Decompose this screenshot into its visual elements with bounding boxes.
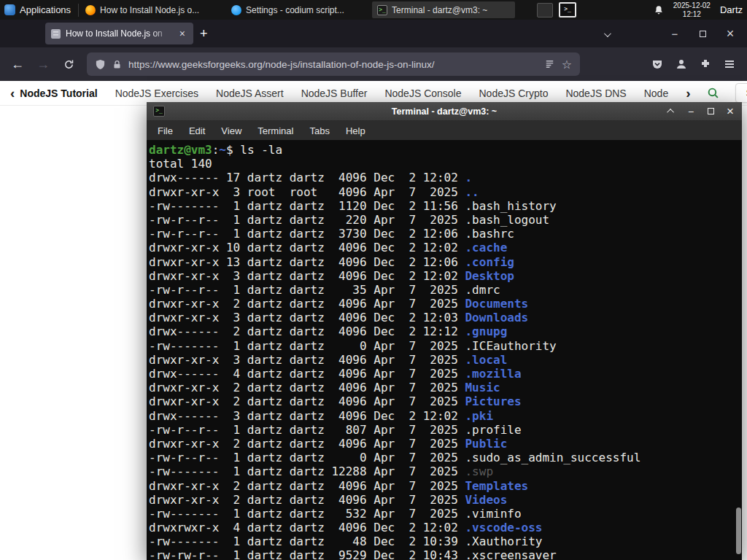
terminal-line: drwxr-xr-x 3 dartz dartz 4096 Dec 2 12:0… — [149, 269, 742, 283]
panel-divider — [78, 4, 79, 17]
terminal-line: drwx------ 3 dartz dartz 4096 Dec 2 12:0… — [149, 409, 742, 423]
site-nav-item[interactable]: NodeJS Crypto — [479, 88, 549, 99]
site-nav-item[interactable]: NodeJS Buffer — [301, 88, 368, 99]
site-nav-item[interactable]: NodeJS Assert — [216, 88, 284, 99]
tray-terminal-icon[interactable]: >_ — [559, 2, 576, 18]
notification-bell-icon[interactable] — [654, 5, 664, 15]
panel-right: 2025-12-02 12:12 Dartz — [654, 0, 747, 20]
tray-window-icon[interactable] — [537, 3, 553, 18]
site-nav-item[interactable]: Node — [644, 88, 668, 99]
search-icon[interactable] — [707, 87, 719, 99]
account-icon[interactable] — [676, 58, 687, 70]
task-title: How to Install Node.js o... — [100, 5, 199, 15]
terminal-line: drwxr-xr-x 2 dartz dartz 4096 Apr 7 2025… — [149, 479, 742, 493]
site-nav-active[interactable]: ‹ NodeJS Tutorial — [10, 88, 98, 99]
terminal-line: -rw-r--r-- 1 dartz dartz 807 Apr 7 2025 … — [149, 423, 742, 437]
menu-terminal[interactable]: Terminal — [249, 121, 301, 140]
chevron-left-icon[interactable]: ‹ — [10, 88, 15, 98]
lock-icon[interactable] — [112, 60, 122, 69]
terminal-line: -rw-r--r-- 1 dartz dartz 0 Apr 7 2025 .s… — [149, 451, 742, 464]
terminal-titlebar[interactable]: >_ Terminal - dartz@vm3: ~ − × — [147, 102, 742, 121]
site-nav-right: › Sign In — [686, 83, 747, 103]
url-bar[interactable]: https://www.geeksforgeeks.org/node-js/in… — [87, 52, 580, 76]
terminal-line: -rw-rw-r-- 1 dartz dartz 9529 Dec 2 10:4… — [149, 548, 742, 560]
menu-icon[interactable] — [724, 58, 735, 70]
terminal-line: drwxr-xr-x 2 dartz dartz 4096 Apr 7 2025… — [149, 493, 742, 507]
bookmark-star-icon[interactable]: ☆ — [562, 58, 572, 71]
menu-view[interactable]: View — [213, 121, 249, 140]
url-text: https://www.geeksforgeeks.org/node-js/in… — [128, 59, 538, 70]
terminal-line: -rw------- 1 dartz dartz 532 Apr 7 2025 … — [149, 507, 742, 521]
window-close-button[interactable]: × — [724, 28, 736, 39]
terminal-line: -rw------- 1 dartz dartz 1120 Dec 2 11:5… — [149, 199, 742, 213]
terminal-output[interactable]: dartz@vm3:~$ ls -latotal 140drwx------ 1… — [147, 140, 742, 560]
window-minimize-button[interactable]: − — [669, 28, 681, 39]
terminal-minimize-button[interactable]: − — [686, 106, 696, 117]
terminal-menubar: File Edit View Terminal Tabs Help — [147, 121, 742, 140]
terminal-line: drwxr-xr-x 2 dartz dartz 4096 Apr 7 2025… — [149, 381, 742, 394]
applications-icon — [4, 4, 15, 15]
reader-mode-icon[interactable] — [544, 59, 555, 70]
terminal-line: drwx------ 4 dartz dartz 4096 Apr 7 2025… — [149, 367, 742, 381]
codium-icon — [231, 5, 241, 15]
terminal-line: drwxr-xr-x 13 dartz dartz 4096 Dec 2 12:… — [149, 255, 742, 269]
tabbar-controls: − × — [604, 27, 747, 40]
task-title: Settings - codium script... — [246, 5, 344, 15]
terminal-line: drwx------ 2 dartz dartz 4096 Dec 2 12:1… — [149, 324, 742, 338]
new-tab-button[interactable]: + — [193, 25, 214, 43]
tracking-shield-icon[interactable] — [95, 59, 106, 70]
firefox-icon — [85, 5, 96, 15]
terminal-line: drwxrwxr-x 4 dartz dartz 4096 Dec 2 12:0… — [149, 521, 742, 534]
site-nav-item[interactable]: NodeJS DNS — [565, 88, 626, 99]
terminal-line: -rw-r--r-- 1 dartz dartz 35 Apr 7 2025 .… — [149, 283, 742, 297]
site-nav-item[interactable]: NodeJS Exercises — [115, 88, 198, 99]
site-nav-active-label: NodeJS Tutorial — [20, 88, 97, 99]
terminal-shade-button[interactable] — [666, 106, 676, 117]
terminal-line: drwxr-xr-x 10 dartz dartz 4096 Dec 2 12:… — [149, 241, 742, 254]
terminal-line: dartz@vm3:~$ ls -la — [149, 143, 742, 157]
taskbar-item-terminal[interactable]: >_ Terminal - dartz@vm3: ~ — [372, 1, 515, 18]
menu-help[interactable]: Help — [338, 121, 374, 140]
site-nav-item[interactable]: NodeJS Console — [384, 88, 461, 99]
terminal-line: drwxr-xr-x 2 dartz dartz 4096 Apr 7 2025… — [149, 394, 742, 408]
window-maximize-button[interactable] — [697, 28, 708, 39]
sign-in-button[interactable]: Sign In — [735, 83, 747, 103]
terminal-close-button[interactable]: × — [725, 106, 735, 117]
list-tabs-icon[interactable] — [604, 27, 609, 40]
reload-button[interactable] — [57, 53, 80, 75]
terminal-window: >_ Terminal - dartz@vm3: ~ − × File Edit… — [147, 102, 742, 560]
task-title: Terminal - dartz@vm3: ~ — [392, 5, 487, 15]
extensions-icon[interactable] — [700, 58, 711, 70]
browser-tab[interactable]: How to Install Node.js on × — [45, 23, 193, 44]
terminal-line: -rw------- 1 dartz dartz 12288 Apr 7 202… — [149, 464, 742, 478]
menu-edit[interactable]: Edit — [181, 121, 213, 140]
clock-date: 2025-12-02 — [673, 1, 711, 10]
desktop: Applications How to Install Node.js o...… — [0, 0, 747, 560]
terminal-scrollbar[interactable] — [735, 142, 741, 558]
panel-clock[interactable]: 2025-12-02 12:12 — [673, 1, 711, 19]
terminal-line: drwxr-xr-x 2 dartz dartz 4096 Apr 7 2025… — [149, 297, 742, 311]
clock-time: 12:12 — [683, 10, 701, 19]
taskbar-item-codium[interactable]: Settings - codium script... — [226, 1, 369, 18]
terminal-line: drwxr-xr-x 3 dartz dartz 4096 Apr 7 2025… — [149, 353, 742, 367]
terminal-line: drwx------ 17 dartz dartz 4096 Dec 2 12:… — [149, 171, 742, 184]
terminal-line: drwxr-xr-x 3 root root 4096 Apr 7 2025 .… — [149, 185, 742, 199]
terminal-icon: >_ — [377, 5, 387, 15]
terminal-line: -rw-r--r-- 1 dartz dartz 220 Apr 7 2025 … — [149, 213, 742, 227]
panel-username: Dartz — [720, 4, 743, 15]
tab-close-icon[interactable]: × — [177, 28, 187, 39]
navigation-toolbar: ← → https://www.geeksforgeeks.org/node-j… — [0, 47, 747, 81]
panel-left: Applications How to Install Node.js o...… — [0, 0, 576, 20]
chevron-right-icon[interactable]: › — [686, 88, 690, 98]
terminal-app-icon: >_ — [153, 106, 165, 117]
pocket-icon[interactable] — [651, 58, 663, 70]
taskbar-item-browser[interactable]: How to Install Node.js o... — [80, 1, 223, 18]
applications-menu[interactable]: Applications — [0, 0, 78, 20]
terminal-line: -rw------- 1 dartz dartz 48 Dec 2 10:39 … — [149, 534, 742, 548]
terminal-scrollbar-thumb[interactable] — [736, 508, 741, 554]
menu-file[interactable]: File — [150, 121, 181, 140]
terminal-line: drwxr-xr-x 2 dartz dartz 4096 Apr 7 2025… — [149, 437, 742, 451]
menu-tabs[interactable]: Tabs — [301, 121, 337, 140]
terminal-maximize-button[interactable] — [705, 106, 716, 117]
back-button[interactable]: ← — [6, 53, 29, 75]
